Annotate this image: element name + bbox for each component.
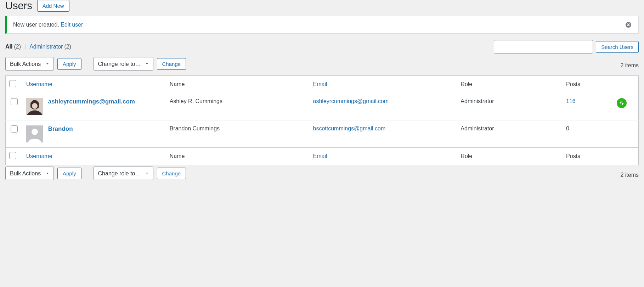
edit-user-link[interactable]: Edit user [61,22,83,28]
row-checkbox[interactable] [11,125,18,133]
change-button-bottom[interactable]: Change [157,168,186,179]
svg-point-3 [32,103,38,109]
select-all-bottom[interactable] [9,152,16,159]
col-username[interactable]: Username [26,81,52,87]
role-cell: Administrator [457,120,563,148]
select-all-top[interactable] [9,80,16,87]
change-role-select-bottom[interactable]: Change role to… [94,167,153,180]
posts-link[interactable]: 116 [566,98,576,104]
col-posts-foot: Posts [566,153,580,159]
page-title: Users [5,0,32,12]
avatar [26,98,43,115]
col-email[interactable]: Email [313,81,327,87]
col-role: Role [461,81,472,87]
change-role-select[interactable]: Change role to… [94,57,153,71]
table-row: ashleyrcummings@gmail.com Ashley R. Cumm… [6,93,639,120]
col-name-foot: Name [170,153,185,159]
notice-message: New user created. [13,22,61,28]
search-users-button[interactable]: Search Users [596,41,639,53]
filter-admin-count: (2) [64,44,71,50]
change-button-top[interactable]: Change [157,58,186,70]
col-email-foot[interactable]: Email [313,153,327,159]
username-link[interactable]: ashleyrcummings@gmail.com [48,98,135,105]
email-link[interactable]: bscottcummings@gmail.com [313,125,386,131]
avatar [26,125,43,142]
apply-button-top[interactable]: Apply [57,58,81,70]
filter-all[interactable]: All [5,44,12,50]
notice-banner: New user created. Edit user [5,16,639,34]
col-name: Name [170,81,185,87]
username-link[interactable]: Brandon [48,125,73,133]
name-cell: Ashley R. Cummings [166,93,310,120]
role-cell: Administrator [457,93,563,120]
items-count-top: 2 items [620,62,639,69]
svg-point-5 [32,129,38,135]
filter-administrator[interactable]: Administrator [29,44,63,50]
posts-count: 0 [566,125,569,131]
apply-button-bottom[interactable]: Apply [57,168,81,179]
name-cell: Brandon Cummings [166,120,310,148]
filter-all-count: (2) [14,44,21,50]
filter-links: All (2) | Administrator (2) [5,44,71,50]
jetpack-icon [617,98,627,108]
add-new-button[interactable]: Add New [37,0,69,12]
users-table: Username Name Email Role Posts ashleyrcu… [5,75,639,165]
row-checkbox[interactable] [11,98,18,105]
email-link[interactable]: ashleyrcummings@gmail.com [313,98,389,104]
bulk-actions-select[interactable]: Bulk Actions [5,57,54,71]
bulk-actions-select-bottom[interactable]: Bulk Actions [5,167,54,180]
table-row: Brandon Brandon Cummings bscottcummings@… [6,120,639,148]
items-count-bottom: 2 items [620,172,639,178]
col-username-foot[interactable]: Username [26,153,52,159]
search-input[interactable] [494,40,593,54]
col-role-foot: Role [461,153,472,159]
col-posts: Posts [566,81,580,87]
close-icon[interactable] [625,21,632,28]
